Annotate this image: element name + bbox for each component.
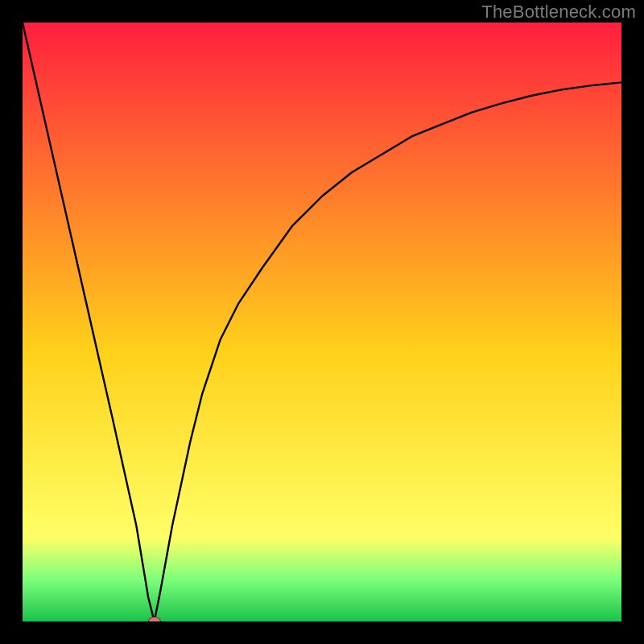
- chart-frame: TheBottleneck.com: [0, 0, 644, 644]
- watermark-text: TheBottleneck.com: [481, 2, 636, 23]
- plot-area: [23, 23, 621, 621]
- gradient-background: [23, 23, 621, 621]
- bottleneck-plot-svg: [23, 23, 621, 621]
- minimum-point-marker: [148, 617, 161, 621]
